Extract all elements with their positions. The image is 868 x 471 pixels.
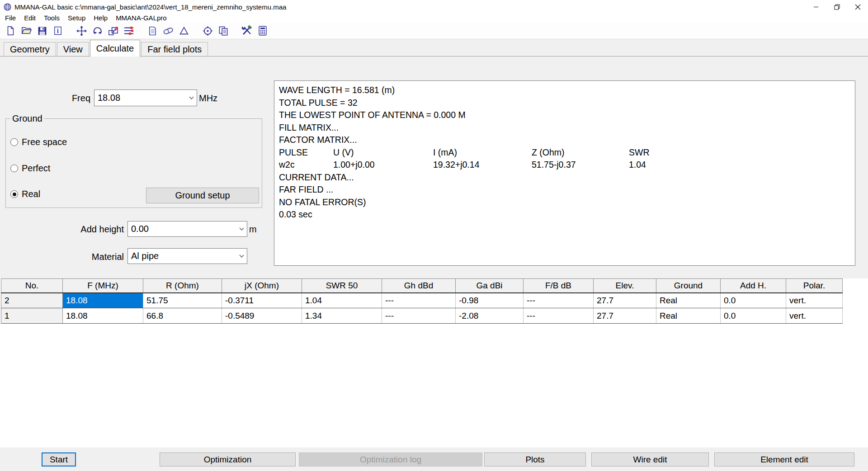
radio-perfect-label: Perfect	[22, 163, 50, 174]
optimization-button[interactable]: Optimization	[160, 452, 296, 466]
cell-f-mhz-selected[interactable]: 18.08	[63, 293, 143, 308]
cell-polar[interactable]: vert.	[786, 293, 843, 308]
text-document-icon[interactable]	[146, 25, 158, 37]
add-height-label: Add height	[27, 224, 124, 235]
wire-edit-button[interactable]: Wire edit	[591, 452, 709, 466]
output-line: FAR FIELD ...	[279, 184, 850, 196]
menu-item-file[interactable]: File	[1, 14, 20, 23]
output-line: TOTAL PULSE = 32	[279, 97, 850, 109]
col-header-ground: Ground	[656, 279, 721, 293]
material-value: Al pipe	[128, 251, 236, 261]
target-icon[interactable]	[202, 25, 213, 37]
tab-bar: Geometry View Calculate Far field plots	[0, 39, 868, 57]
start-button[interactable]: Start	[42, 452, 76, 466]
mmana-gal-window: MMANA-GAL basic c:\mmana-gal_basic\ant\2…	[0, 0, 868, 471]
tab-far-field-plots[interactable]: Far field plots	[141, 42, 208, 56]
cell-f-mhz[interactable]: 18.08	[63, 308, 143, 324]
rotate-icon[interactable]	[91, 25, 103, 37]
radio-real[interactable]: Real	[10, 189, 40, 199]
chevron-down-icon	[236, 227, 247, 231]
cell-fb-db[interactable]: ---	[524, 308, 594, 324]
menu-bar: File Edit Tools Setup Help MMANA-GALpro	[0, 14, 868, 23]
element-edit-button[interactable]: Element edit	[714, 452, 854, 466]
radio-free-space-circle[interactable]	[10, 138, 18, 146]
col-header-jx-ohm: jX (Ohm)	[222, 279, 302, 293]
col-header-no: No.	[1, 279, 63, 293]
cell-ground[interactable]: Real	[656, 308, 721, 324]
triangle-icon[interactable]	[178, 25, 190, 37]
radio-free-space-label: Free space	[22, 137, 67, 147]
menu-item-help[interactable]: Help	[90, 14, 112, 23]
results-table-area: No. F (MHz) R (Ohm) jX (Ohm) SWR 50 Gh d…	[0, 278, 868, 447]
cell-ga-dbi[interactable]: -2.08	[456, 308, 524, 324]
output-line: WAVE LENGTH = 16.581 (m)	[279, 84, 850, 97]
radio-perfect-circle[interactable]	[10, 165, 18, 172]
app-icon	[4, 3, 11, 11]
cell-swr50[interactable]: 1.04	[302, 293, 382, 308]
settings-sliders-icon[interactable]	[123, 25, 135, 37]
material-combobox[interactable]: Al pipe	[127, 248, 247, 264]
cell-elev[interactable]: 27.7	[594, 308, 656, 324]
add-height-combobox[interactable]: 0.00	[127, 221, 247, 237]
optimization-log-button: Optimization log	[299, 452, 482, 466]
minimize-button[interactable]	[806, 0, 826, 14]
cell-elev[interactable]: 27.7	[594, 293, 656, 308]
cell-swr50[interactable]: 1.34	[302, 308, 382, 324]
col-header-add-h: Add H.	[721, 279, 786, 293]
ground-group-title: Ground	[10, 113, 44, 124]
close-button[interactable]	[847, 0, 868, 14]
radio-perfect[interactable]: Perfect	[10, 163, 50, 174]
cell-no[interactable]: 1	[1, 308, 63, 324]
output-line: 0.03 sec	[279, 208, 850, 221]
cell-polar[interactable]: vert.	[786, 308, 843, 324]
freq-combobox[interactable]: 18.08	[94, 89, 197, 106]
menu-item-edit[interactable]: Edit	[20, 14, 40, 23]
menu-item-setup[interactable]: Setup	[64, 14, 90, 23]
radio-real-label: Real	[22, 189, 40, 199]
col-header-fb-db: F/B dB	[524, 279, 594, 293]
cell-add-h[interactable]: 0.0	[721, 308, 786, 324]
chevron-down-icon	[236, 254, 247, 258]
copy-icon[interactable]	[217, 25, 229, 37]
tab-view[interactable]: View	[57, 42, 89, 56]
cell-jx-ohm[interactable]: -0.3711	[222, 293, 302, 308]
cell-ga-dbi[interactable]: -0.98	[456, 293, 524, 308]
radio-free-space[interactable]: Free space	[10, 137, 67, 147]
svg-text:i: i	[57, 28, 59, 34]
tab-geometry[interactable]: Geometry	[4, 42, 56, 56]
cell-jx-ohm[interactable]: -0.5489	[222, 308, 302, 324]
radio-real-circle[interactable]	[10, 190, 18, 198]
menu-item-tools[interactable]: Tools	[40, 14, 64, 23]
bottom-button-bar: Start Optimization Optimization log Plot…	[0, 447, 868, 471]
results-header-row: No. F (MHz) R (Ohm) jX (Ohm) SWR 50 Gh d…	[1, 279, 843, 293]
ground-setup-button[interactable]: Ground setup	[146, 188, 259, 203]
cell-gh-dbd[interactable]: ---	[382, 293, 456, 308]
plots-button[interactable]: Plots	[484, 452, 586, 466]
cell-fb-db[interactable]: ---	[524, 293, 594, 308]
new-file-icon[interactable]	[5, 25, 16, 37]
col-header-ga-dbi: Ga dBi	[456, 279, 524, 293]
calculator-icon[interactable]	[257, 25, 269, 37]
tools-icon[interactable]	[241, 25, 253, 37]
title-bar: MMANA-GAL basic c:\mmana-gal_basic\ant\2…	[0, 0, 868, 14]
tab-calculate[interactable]: Calculate	[90, 40, 140, 57]
cell-no[interactable]: 2	[1, 293, 63, 308]
freq-label: Freq	[27, 93, 90, 104]
scale-window-icon[interactable]	[107, 25, 119, 37]
cell-r-ohm[interactable]: 51.75	[143, 293, 222, 308]
open-folder-icon[interactable]	[20, 25, 32, 37]
output-pulse-header: PULSEU (V)I (mA)Z (Ohm)SWR	[279, 146, 850, 159]
table-row: 1 18.08 66.8 -0.5489 1.34 --- -2.08 --- …	[1, 308, 843, 324]
ground-groupbox: Ground Free space Perfect Real Ground se…	[5, 118, 262, 208]
cell-ground[interactable]: Real	[656, 293, 721, 308]
menu-item-mmana-galpro[interactable]: MMANA-GALpro	[112, 14, 171, 23]
toolbar: i	[0, 23, 868, 39]
cell-r-ohm[interactable]: 66.8	[143, 308, 222, 324]
eraser-icon[interactable]	[162, 25, 174, 37]
cell-gh-dbd[interactable]: ---	[382, 308, 456, 324]
restore-button[interactable]	[826, 0, 847, 14]
move-icon[interactable]	[75, 25, 87, 37]
save-icon[interactable]	[36, 25, 48, 37]
cell-add-h[interactable]: 0.0	[721, 293, 786, 308]
info-icon[interactable]: i	[52, 25, 64, 37]
